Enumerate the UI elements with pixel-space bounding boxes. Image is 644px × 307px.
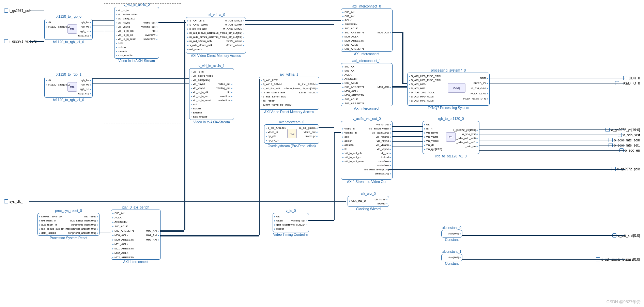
block-title: axi_interconnect_0 (341, 4, 392, 9)
port: M01_ACLK (112, 242, 128, 246)
wire (319, 127, 334, 128)
wire (462, 259, 625, 260)
port: S00_ARESETN (112, 229, 134, 233)
block-caption: AXI Video Direct Memory Access (186, 53, 246, 58)
ext-port-i-gs2971-pclk: i_gs2971_pclk (4, 9, 33, 13)
block-vtc[interactable]: v_tc_0 Video Timing Controller clk clken… (273, 213, 309, 232)
wire (479, 145, 625, 145)
port: ext_reset_in (39, 219, 56, 222)
block-bt1120-0[interactable]: bt1120_to_rgb_0 bt1120_to_rgb_v1_0 RTL c… (44, 19, 93, 40)
port: locked (378, 202, 387, 205)
wire (184, 20, 185, 230)
port: S00_ARESETN (342, 31, 364, 34)
port: vtiming_out (216, 86, 232, 90)
block-vid-in-0[interactable]: v_vid_in_axi4s_0 Video In to AXI4-Stream… (114, 7, 159, 59)
port: dcm_locked (39, 231, 56, 235)
block-ps7[interactable]: processing_system7_0 ZYNQ7 Processing Sy… (407, 73, 490, 106)
port: vid_vsync (377, 147, 391, 151)
block-caption: ZYNQ7 Processing System (408, 105, 489, 110)
port: s_axis_s2mm_aclk (261, 95, 286, 98)
port: vid_vblank (376, 143, 391, 147)
port: S00_AXI (342, 65, 355, 68)
block-bt1120-1[interactable]: bt1120_to_rgb_1 bt1120_to_rgb_v1_0 RTL c… (44, 77, 93, 98)
port: s_axi_lite_aclk (261, 87, 280, 90)
block-title: v_vid_in_axi4s_0 (114, 2, 159, 7)
block-vdma-0[interactable]: axi_vdma_0 AXI Video Direct Memory Acces… (186, 17, 246, 53)
port: S01_AXI (342, 69, 355, 73)
port: M00_ARESETN (342, 93, 364, 97)
block-vid-out[interactable]: v_axi4s_vid_out_0 AXI4-Stream to Video O… (341, 121, 393, 180)
port: FCLK_RESET0_N (463, 97, 488, 101)
port: video_out (304, 130, 318, 134)
wire (319, 83, 341, 84)
port: interconnect_aresetn[0:0] (65, 227, 98, 231)
block-psr[interactable]: proc_sys_reset_0 Processor System Reset … (37, 213, 99, 236)
port: M00_AXI (378, 85, 391, 89)
port: s2mm_introut (226, 43, 244, 47)
port: vid_data[23:0] (116, 17, 135, 20)
port: vtg_ce (381, 151, 391, 155)
port: M00_ARESETN (342, 39, 364, 43)
block-title: v_tc_0 (273, 208, 309, 213)
port: vid_io_in_reset (191, 98, 211, 102)
port: mm2s_frame_ptr_out[5:0] (211, 31, 244, 35)
wire (308, 220, 334, 221)
port: aresetn (191, 111, 202, 114)
port: M01_AXI (146, 233, 159, 237)
block-ic-1[interactable]: axi_interconnect_1 AXI Interconnect S00_… (341, 63, 393, 106)
port: S00_ACLK (342, 27, 358, 30)
port: overflow (379, 159, 391, 163)
port: rgb_hs (81, 78, 91, 82)
wire (334, 132, 335, 220)
block-vdma-1[interactable]: axi_vdma_1 AXI Video Direct Memory Acces… (259, 77, 319, 110)
port: aresetn (116, 49, 127, 53)
port: clk (424, 123, 430, 126)
port: underflow (143, 37, 157, 41)
port: axi_resetn (187, 47, 202, 51)
block-caption: Video In to AXI4-Stream (114, 58, 159, 63)
port: clk_hdmi (374, 198, 387, 201)
port: vid_vsync (191, 86, 205, 90)
block-ic-0[interactable]: axi_interconnect_0 AXI Interconnect S00_… (341, 9, 393, 52)
port: o_sdio_rate_sel1 (455, 140, 478, 144)
port: M02_ARESETN (112, 256, 134, 259)
port: vin_rgb[23:0] (424, 147, 442, 151)
block-vid-in-1[interactable]: v_vid_in_axi4s_1 Video In to AXI4-Stream… (189, 68, 234, 120)
block-overlay[interactable]: overlaystream_0 Overlaystream (Pre-Produ… (264, 124, 319, 144)
block-caption: AXI Interconnect (341, 106, 392, 111)
wire (479, 129, 625, 130)
block-rgb-out[interactable]: rgb_to_bt1120_0 rgb_to_bt1120_v1_0 RTL c… (423, 121, 479, 154)
port: fsync_out[0:0] (288, 223, 307, 227)
block-title: v_vid_in_axi4s_1 (189, 63, 234, 68)
wire (388, 169, 625, 170)
port: vid_io_in (116, 9, 129, 12)
wire (29, 41, 44, 42)
port: vtiming_out (291, 219, 307, 222)
port: m_axi_s2mm_aclk (187, 39, 212, 43)
port: overflow (145, 33, 157, 37)
port: aclken (116, 45, 126, 49)
port: rgb_vs (81, 25, 91, 29)
wire (92, 78, 189, 79)
port: M_AXI_GP0_ACLK (409, 91, 435, 94)
port: rgb[23:0] (78, 34, 91, 37)
port: vid_io_in_reset (116, 37, 136, 41)
port: overflow (220, 94, 232, 98)
port: s_axi_AXILiteS (266, 126, 286, 130)
wire (160, 235, 259, 236)
port: aclk (116, 41, 123, 45)
block-ps7-periph[interactable]: ps7_0_axi_periph AXI Interconnect S00_AX… (111, 210, 161, 260)
port: rgb[23:0] (78, 92, 91, 95)
block-xlc-0[interactable]: xlconstant_0 Constant dout[0:0] (441, 230, 462, 237)
hls-icon: HLS (287, 129, 297, 138)
port: ACLK (342, 73, 352, 77)
block-title: xlconstant_1 (442, 249, 462, 254)
zynq-icon: ZYNQ (448, 83, 465, 93)
wire (462, 235, 625, 236)
block-xlc-1[interactable]: xlconstant_1 Constant dout[0:0] (441, 254, 462, 261)
block-clk-wiz[interactable]: clk_wiz_0 Clocking Wizard CLK_IN1_D clk_… (348, 196, 389, 207)
port: fifo_read_level[11:0] (364, 168, 391, 171)
port: S_AXI_HP1_FIFO_CTRL (409, 78, 442, 82)
wire (392, 126, 423, 127)
wire (392, 147, 423, 147)
